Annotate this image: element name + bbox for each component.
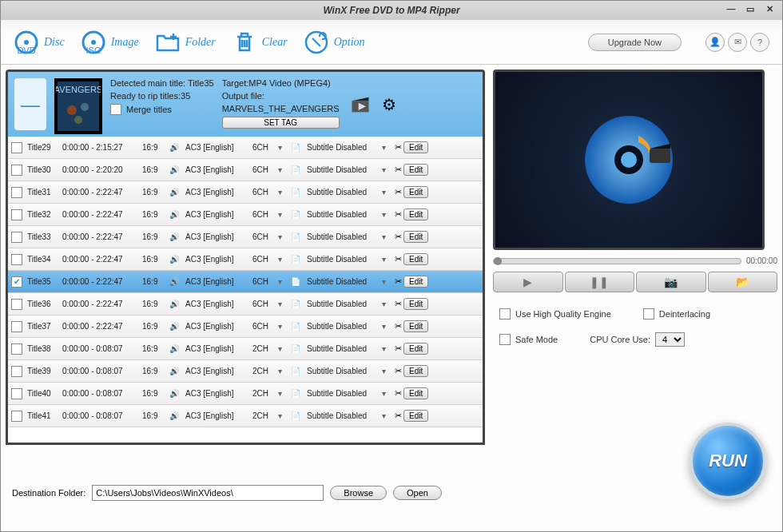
hq-checkbox[interactable] [499, 308, 511, 320]
pause-button[interactable]: ❚❚ [565, 272, 635, 292]
title-checkbox[interactable] [11, 165, 22, 176]
audio-dropdown[interactable]: ▾ [278, 210, 286, 219]
audio-track: AC3 [English] [185, 300, 248, 308]
edit-button[interactable]: Edit [403, 387, 428, 399]
deint-checkbox[interactable] [643, 308, 654, 320]
subtitle-dropdown[interactable]: ▾ [382, 322, 390, 331]
title-checkbox[interactable] [11, 299, 22, 310]
edit-button[interactable]: Edit [403, 141, 428, 153]
audio-dropdown[interactable]: ▾ [278, 232, 286, 241]
title-checkbox[interactable] [11, 187, 22, 198]
audio-dropdown[interactable]: ▾ [278, 165, 286, 174]
edit-button[interactable]: Edit [403, 410, 428, 422]
title-checkbox[interactable] [11, 209, 22, 220]
subtitle-dropdown[interactable]: ▾ [382, 232, 390, 241]
cpu-select[interactable]: 4 [655, 332, 685, 347]
image-button[interactable]: ISO Image [81, 30, 139, 55]
edit-button[interactable]: Edit [403, 343, 428, 355]
edit-button[interactable]: Edit [403, 320, 428, 332]
edit-button[interactable]: Edit [403, 231, 428, 243]
subtitle-dropdown[interactable]: ▾ [382, 143, 390, 152]
minimize-button[interactable]: — [725, 2, 737, 15]
title-checkbox[interactable] [11, 366, 22, 377]
audio-dropdown[interactable]: ▾ [278, 367, 286, 375]
audio-dropdown[interactable]: ▾ [278, 255, 286, 264]
audio-dropdown[interactable]: ▾ [278, 277, 286, 286]
title-row[interactable]: Title350:00:00 - 2:22:4716:9🔊AC3 [Englis… [8, 271, 483, 293]
title-checkbox[interactable] [11, 388, 22, 399]
audio-dropdown[interactable]: ▾ [278, 143, 286, 152]
merge-checkbox[interactable] [110, 104, 121, 115]
title-checkbox[interactable] [11, 254, 22, 265]
audio-dropdown[interactable]: ▾ [278, 322, 286, 331]
title-checkbox[interactable] [11, 411, 22, 422]
user-icon[interactable]: 👤 [705, 33, 725, 52]
dest-input[interactable] [92, 485, 324, 501]
title-row[interactable]: Title360:00:00 - 2:22:4716:9🔊AC3 [Englis… [8, 293, 483, 316]
title-row[interactable]: Title340:00:00 - 2:22:4716:9🔊AC3 [Englis… [8, 248, 483, 271]
folder-button[interactable]: Folder [155, 30, 216, 55]
edit-button[interactable]: Edit [403, 186, 428, 198]
title-time: 0:00:00 - 0:08:07 [62, 411, 137, 420]
close-button[interactable]: ✕ [763, 2, 776, 15]
title-row[interactable]: Title330:00:00 - 2:22:4716:9🔊AC3 [Englis… [8, 226, 483, 248]
snapshot-button[interactable]: 📷 [636, 272, 706, 292]
edit-button[interactable]: Edit [403, 276, 428, 288]
title-row[interactable]: Title310:00:00 - 2:22:4716:9🔊AC3 [Englis… [8, 181, 483, 204]
subtitle-dropdown[interactable]: ▾ [382, 210, 390, 219]
edit-button[interactable]: Edit [403, 164, 428, 176]
audio-dropdown[interactable]: ▾ [278, 300, 286, 308]
safe-checkbox[interactable] [499, 334, 511, 345]
audio-dropdown[interactable]: ▾ [278, 389, 286, 398]
progress-slider[interactable] [493, 258, 741, 264]
title-row[interactable]: Title370:00:00 - 2:22:4716:9🔊AC3 [Englis… [8, 316, 483, 338]
subtitle-dropdown[interactable]: ▾ [382, 255, 390, 264]
title-row[interactable]: Title390:00:00 - 0:08:0716:9🔊AC3 [Englis… [8, 360, 483, 383]
title-row[interactable]: Title400:00:00 - 0:08:0716:9🔊AC3 [Englis… [8, 383, 483, 405]
option-button[interactable]: Option [304, 30, 365, 55]
subtitle-dropdown[interactable]: ▾ [382, 344, 390, 353]
subtitle-dropdown[interactable]: ▾ [382, 165, 390, 174]
audio-dropdown[interactable]: ▾ [278, 411, 286, 420]
settag-button[interactable]: SET TAG [222, 117, 340, 129]
open-button[interactable]: Open [393, 486, 442, 500]
gear-icon[interactable]: ⚙ [376, 92, 402, 117]
title-row[interactable]: Title320:00:00 - 2:22:4716:9🔊AC3 [Englis… [8, 204, 483, 226]
subtitle-dropdown[interactable]: ▾ [382, 300, 390, 308]
play-button[interactable]: ▶ [493, 272, 563, 292]
clear-button[interactable]: Clear [232, 30, 288, 55]
title-checkbox[interactable] [11, 343, 22, 355]
edit-button[interactable]: Edit [403, 365, 428, 377]
subtitle-dropdown[interactable]: ▾ [382, 188, 390, 197]
title-checkbox[interactable] [11, 276, 22, 288]
title-row[interactable]: Title380:00:00 - 0:08:0716:9🔊AC3 [Englis… [8, 338, 483, 360]
run-button[interactable]: RUN [690, 423, 766, 499]
title-row[interactable]: Title290:00:00 - 2:15:2716:9🔊AC3 [Englis… [8, 137, 483, 159]
browse-button[interactable]: Browse [330, 486, 387, 500]
open-folder-button[interactable]: 📂 [708, 272, 778, 292]
edit-button[interactable]: Edit [403, 253, 428, 265]
title-row[interactable]: Title410:00:00 - 0:08:0716:9🔊AC3 [Englis… [8, 405, 483, 427]
title-checkbox[interactable] [11, 232, 22, 243]
maximize-button[interactable]: ▭ [744, 2, 757, 15]
mail-icon[interactable]: ✉ [728, 33, 747, 52]
title-checkbox[interactable] [11, 321, 22, 332]
upgrade-button[interactable]: Upgrade Now [588, 34, 682, 51]
subtitle-dropdown[interactable]: ▾ [382, 277, 390, 286]
subtitle-dropdown[interactable]: ▾ [382, 389, 390, 398]
audio-dropdown[interactable]: ▾ [278, 188, 286, 197]
title-row[interactable]: Title300:00:00 - 2:20:2016:9🔊AC3 [Englis… [8, 159, 483, 181]
title-checkbox[interactable] [11, 142, 22, 153]
disc-button[interactable]: DVD Disc [14, 30, 65, 55]
audio-dropdown[interactable]: ▾ [278, 344, 286, 353]
edit-button[interactable]: Edit [403, 298, 428, 310]
title-list[interactable]: Title290:00:00 - 2:15:2716:9🔊AC3 [Englis… [6, 137, 485, 445]
help-icon[interactable]: ? [750, 33, 769, 52]
subtitle-track: Subtitle Disabled [307, 232, 377, 241]
collapse-button[interactable]: — [14, 78, 46, 130]
edit-button[interactable]: Edit [403, 208, 428, 220]
subtitle-dropdown[interactable]: ▾ [382, 411, 390, 420]
clapper-icon[interactable] [348, 92, 373, 117]
subtitle-dropdown[interactable]: ▾ [382, 367, 390, 375]
cpu-label: CPU Core Use: [590, 335, 650, 344]
